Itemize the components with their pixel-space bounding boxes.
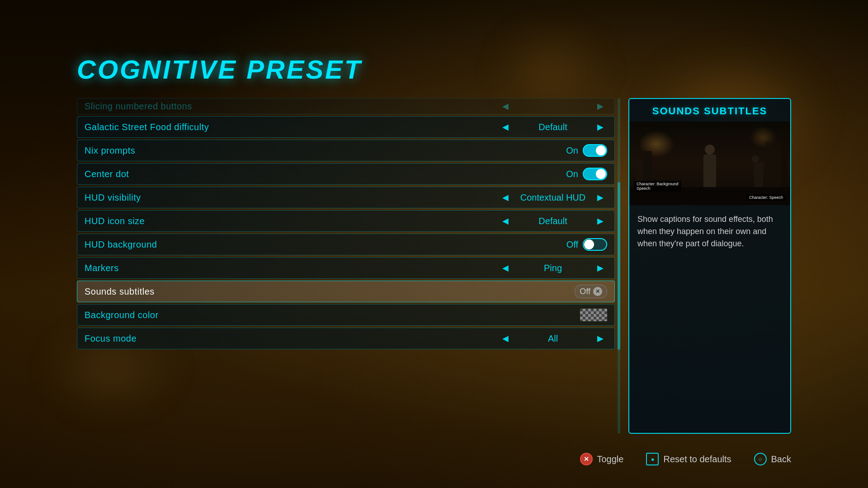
setting-label: Background color: [85, 310, 580, 320]
back-control[interactable]: ○ Back: [754, 453, 791, 465]
setting-value: Default: [512, 216, 594, 226]
color-swatch[interactable]: [580, 309, 607, 321]
toggle-knob: [596, 145, 606, 155]
setting-label: HUD background: [85, 239, 566, 250]
toggle-label: Toggle: [597, 454, 624, 465]
toggle-value-label: Off: [580, 287, 590, 296]
list-item[interactable]: Center dot On: [77, 163, 615, 185]
page-title: COGNITIVE PRESET: [77, 54, 791, 84]
list-item[interactable]: HUD background Off: [77, 234, 615, 255]
toggle-switch[interactable]: [583, 168, 607, 180]
setting-value: All: [512, 333, 594, 344]
list-item[interactable]: Galactic Street Food difficulty ◀ Defaul…: [77, 116, 615, 138]
list-item[interactable]: HUD visibility ◀ Contextual HUD ▶: [77, 187, 615, 208]
scrollbar[interactable]: [618, 98, 620, 434]
main-container: COGNITIVE PRESET Slicing numbered button…: [77, 54, 791, 434]
reset-label: Reset to defaults: [663, 454, 731, 465]
toggle-container: Off: [566, 238, 607, 251]
arrow-right-icon[interactable]: ▶: [594, 333, 607, 344]
toggle-switch[interactable]: [583, 238, 607, 251]
setting-label: Galactic Street Food difficulty: [85, 122, 346, 132]
info-panel: SOUNDS SUBTITLES: [628, 98, 791, 434]
arrow-nav: ◀ All ▶: [346, 333, 607, 344]
list-item[interactable]: Focus mode ◀ All ▶: [77, 328, 615, 349]
setting-label: Sounds subtitles: [85, 286, 575, 297]
arrow-right-icon[interactable]: ▶: [594, 262, 607, 274]
arrow-nav: ◀ Default ▶: [346, 121, 607, 133]
toggle-value-label: Off: [566, 239, 578, 250]
x-button-icon: ✕: [580, 453, 593, 465]
arrow-left-icon[interactable]: ◀: [499, 333, 512, 344]
arrow-nav: ◀ Contextual HUD ▶: [346, 192, 607, 203]
square-button-icon: ■: [646, 453, 659, 465]
info-panel-image: Character: Background Speech Character: …: [629, 122, 790, 205]
arrow-right-icon[interactable]: ▶: [594, 215, 607, 227]
settings-panel: Slicing numbered buttons ◀ ▶ Galactic St…: [77, 98, 615, 434]
setting-label: Slicing numbered buttons: [85, 101, 346, 112]
list-item[interactable]: Background color: [77, 304, 615, 326]
setting-label: Center dot: [85, 169, 566, 179]
arrow-right-icon[interactable]: ▶: [594, 100, 607, 112]
list-item[interactable]: Markers ◀ Ping ▶: [77, 257, 615, 279]
caption-box-2: Character: Speech: [746, 194, 786, 201]
setting-label: Markers: [85, 263, 346, 273]
arrow-left-icon[interactable]: ◀: [499, 262, 512, 274]
setting-label: HUD icon size: [85, 216, 346, 226]
toggle-container: On: [566, 168, 607, 180]
caption-text-2: Speech: [637, 186, 679, 191]
content-area: Slicing numbered buttons ◀ ▶ Galactic St…: [77, 98, 791, 434]
toggle-knob: [584, 239, 594, 249]
toggle-container: On: [566, 144, 607, 157]
list-item[interactable]: Nix prompts On: [77, 140, 615, 161]
setting-value: Ping: [512, 263, 594, 273]
arrow-nav: ◀ ▶: [346, 100, 607, 112]
caption-box-1: Character: Background Speech: [634, 181, 681, 192]
info-panel-description: Show captions for sound effects, both wh…: [629, 205, 790, 258]
toggle-value-label: On: [566, 145, 578, 156]
setting-label: Focus mode: [85, 333, 346, 344]
sounds-subtitles-row[interactable]: Sounds subtitles Off ✕: [77, 281, 615, 302]
setting-value: Default: [512, 122, 594, 132]
arrow-nav: ◀ Default ▶: [346, 215, 607, 227]
setting-label: HUD visibility: [85, 192, 346, 203]
toggle-off-x[interactable]: Off ✕: [575, 285, 607, 298]
back-label: Back: [771, 454, 791, 465]
caption-text-1: Character: Background: [637, 182, 679, 186]
arrow-left-icon[interactable]: ◀: [499, 100, 512, 112]
info-panel-title: SOUNDS SUBTITLES: [629, 99, 790, 122]
toggle-knob: [596, 169, 606, 179]
circle-button-icon: ○: [754, 453, 767, 465]
caption-text-3: Character: Speech: [749, 195, 783, 200]
setting-value: Contextual HUD: [512, 192, 594, 203]
bottom-controls: ✕ Toggle ■ Reset to defaults ○ Back: [77, 453, 791, 465]
arrow-left-icon[interactable]: ◀: [499, 192, 512, 203]
setting-label: Nix prompts: [85, 145, 566, 156]
list-item[interactable]: HUD icon size ◀ Default ▶: [77, 210, 615, 232]
x-icon: ✕: [593, 287, 602, 296]
arrow-right-icon[interactable]: ▶: [594, 192, 607, 203]
arrow-right-icon[interactable]: ▶: [594, 121, 607, 133]
arrow-left-icon[interactable]: ◀: [499, 215, 512, 227]
arrow-nav: ◀ Ping ▶: [346, 262, 607, 274]
reset-control[interactable]: ■ Reset to defaults: [646, 453, 731, 465]
toggle-value-label: On: [566, 169, 578, 179]
toggle-switch[interactable]: [583, 144, 607, 157]
list-item[interactable]: Slicing numbered buttons ◀ ▶: [77, 98, 615, 114]
scrollbar-thumb[interactable]: [618, 182, 620, 350]
arrow-left-icon[interactable]: ◀: [499, 121, 512, 133]
toggle-control[interactable]: ✕ Toggle: [580, 453, 624, 465]
